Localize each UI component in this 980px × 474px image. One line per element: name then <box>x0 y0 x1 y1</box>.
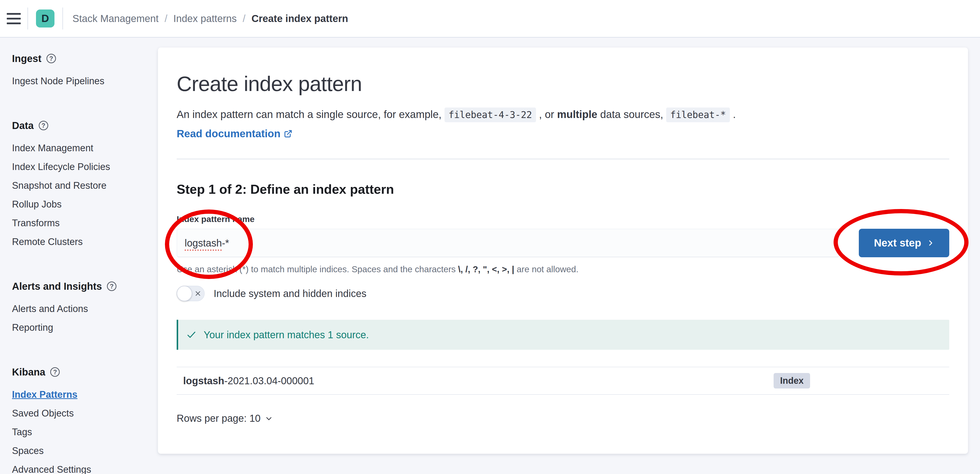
create-index-pattern-panel: Create index pattern An index pattern ca… <box>158 48 968 454</box>
sidebar-item-rollup-jobs[interactable]: Rollup Jobs <box>12 199 158 209</box>
sidebar-heading-kibana: Kibana ? <box>12 366 158 378</box>
sidebar-item-index-patterns[interactable]: Index Patterns <box>12 390 158 399</box>
hamburger-bar <box>7 18 21 19</box>
sidebar-section-ingest: Ingest ? Ingest Node Pipelines <box>12 53 158 86</box>
breadcrumb-separator: / <box>243 13 245 24</box>
help-icon[interactable]: ? <box>107 281 116 291</box>
index-pattern-name-input[interactable]: logstash-* <box>177 229 839 257</box>
header-divider <box>62 8 63 29</box>
pattern-form-row: logstash-* Next step <box>177 229 949 257</box>
breadcrumb-stack-management[interactable]: Stack Management <box>72 13 159 24</box>
success-callout: Your index pattern matches 1 source. <box>177 320 949 350</box>
sidebar-item-tags[interactable]: Tags <box>12 427 158 437</box>
doc-link-label: Read documentation <box>177 127 280 141</box>
index-pattern-name-label: Index pattern name <box>177 214 949 224</box>
breadcrumb: Stack Management / Index patterns / Crea… <box>72 13 348 24</box>
toggle-off-x-icon <box>195 290 201 297</box>
sidebar-item-transforms[interactable]: Transforms <box>12 218 158 228</box>
sidebar-heading-ingest: Ingest ? <box>12 53 158 64</box>
intro-bold-multiple: multiple <box>557 109 597 120</box>
callout-message: Your index pattern matches 1 source. <box>204 329 369 340</box>
help-icon[interactable]: ? <box>39 121 48 130</box>
sidebar-heading-label: Kibana <box>12 366 45 378</box>
sidebar-item-saved-objects[interactable]: Saved Objects <box>12 409 158 418</box>
input-value-word: logstash <box>185 238 222 249</box>
header-divider <box>27 8 28 29</box>
sidebar-item-advanced-settings[interactable]: Advanced Settings <box>12 465 158 474</box>
sidebar-item-ingest-node-pipelines[interactable]: Ingest Node Pipelines <box>12 76 158 86</box>
helper-forbidden-chars: \, /, ?, ", <, >, | <box>458 264 514 274</box>
rows-per-page-selector[interactable]: Rows per page: 10 <box>177 413 273 424</box>
sidebar-section-alerts-insights: Alerts and Insights ? Alerts and Actions… <box>12 280 158 332</box>
sidebar-item-index-lifecycle-policies[interactable]: Index Lifecycle Policies <box>12 162 158 171</box>
source-name: logstash-2021.03.04-000001 <box>183 375 773 386</box>
intro-part2: , or <box>539 109 557 120</box>
helper-part1: Use an asterisk (*) to match multiple in… <box>177 264 458 274</box>
chevron-down-icon <box>265 415 273 422</box>
top-nav-bar: D Stack Management / Index patterns / Cr… <box>0 0 980 37</box>
hamburger-bar <box>7 22 21 24</box>
breadcrumb-current-page: Create index pattern <box>251 13 348 24</box>
sidebar-item-alerts-and-actions[interactable]: Alerts and Actions <box>12 304 158 313</box>
index-type-badge: Index <box>773 373 810 388</box>
sidebar-heading-label: Data <box>12 120 34 131</box>
sidebar-item-index-management[interactable]: Index Management <box>12 143 158 153</box>
intro-text: An index pattern can match a single sour… <box>177 106 949 123</box>
intro-part4: . <box>733 109 736 120</box>
helper-part2: are not allowed. <box>514 264 579 274</box>
source-type-cell: Index <box>773 373 943 388</box>
main-content: Create index pattern An index pattern ca… <box>158 37 980 474</box>
rows-per-page-label: Rows per page: 10 <box>177 413 261 424</box>
sidebar-item-reporting[interactable]: Reporting <box>12 323 158 332</box>
chevron-right-icon <box>927 239 934 247</box>
breadcrumb-index-patterns[interactable]: Index patterns <box>173 13 237 24</box>
input-helper-text: Use an asterisk (*) to match multiple in… <box>177 264 949 275</box>
sidebar-item-spaces[interactable]: Spaces <box>12 446 158 455</box>
toggle-knob <box>177 286 192 301</box>
sidebar-heading-data: Data ? <box>12 120 158 131</box>
sidebar-section-kibana: Kibana ? Index Patterns Saved Objects Ta… <box>12 366 158 474</box>
section-divider <box>177 159 949 159</box>
step-heading: Step 1 of 2: Define an index pattern <box>177 181 949 197</box>
code-example-single: filebeat-4-3-22 <box>444 107 536 122</box>
check-icon <box>186 329 197 340</box>
sidebar-heading-alerts-insights: Alerts and Insights ? <box>12 280 158 292</box>
management-sidebar: Ingest ? Ingest Node Pipelines Data ? In… <box>0 37 158 474</box>
read-documentation-link[interactable]: Read documentation <box>177 127 292 141</box>
next-step-label: Next step <box>874 237 921 249</box>
source-name-bold: logstash <box>183 375 224 386</box>
page-layout: Ingest ? Ingest Node Pipelines Data ? In… <box>0 37 980 474</box>
help-icon[interactable]: ? <box>50 367 60 377</box>
include-hidden-indices-toggle[interactable] <box>177 286 205 301</box>
help-icon[interactable]: ? <box>46 54 56 63</box>
matching-source-row: logstash-2021.03.04-000001 Index <box>177 367 949 395</box>
page-title: Create index pattern <box>177 71 949 96</box>
sidebar-item-snapshot-and-restore[interactable]: Snapshot and Restore <box>12 181 158 190</box>
breadcrumb-separator: / <box>165 13 167 24</box>
sidebar-heading-label: Alerts and Insights <box>12 280 102 292</box>
menu-hamburger-icon[interactable] <box>0 0 27 37</box>
external-link-icon <box>284 129 292 138</box>
sidebar-section-data: Data ? Index Management Index Lifecycle … <box>12 120 158 246</box>
code-example-wildcard: filebeat-* <box>666 107 730 122</box>
intro-part3: data sources, <box>597 109 663 120</box>
input-value-suffix: -* <box>222 238 229 249</box>
hidden-indices-toggle-row: Include system and hidden indices <box>177 286 949 301</box>
sidebar-item-remote-clusters[interactable]: Remote Clusters <box>12 237 158 246</box>
sidebar-heading-label: Ingest <box>12 53 41 64</box>
source-name-rest: -2021.03.04-000001 <box>224 375 314 386</box>
hamburger-bar <box>7 13 21 15</box>
toggle-label: Include system and hidden indices <box>214 288 366 299</box>
intro-part1: An index pattern can match a single sour… <box>177 109 442 120</box>
kibana-app: D Stack Management / Index patterns / Cr… <box>0 0 980 474</box>
space-avatar[interactable]: D <box>36 10 54 27</box>
next-step-button[interactable]: Next step <box>859 229 949 257</box>
